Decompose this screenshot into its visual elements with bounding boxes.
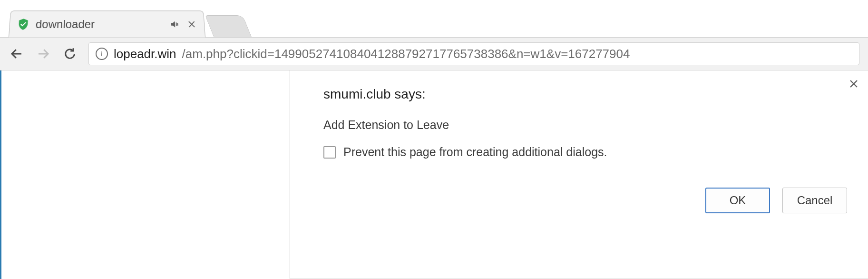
dialog-origin: smumi.club says: <box>323 87 847 102</box>
url-path: /am.php?clickid=149905274108404128879271… <box>182 47 630 61</box>
browser-tab[interactable]: downloader <box>9 10 205 37</box>
cancel-button[interactable]: Cancel <box>782 188 847 213</box>
forward-button[interactable] <box>35 46 51 62</box>
prevent-dialogs-row[interactable]: Prevent this page from creating addition… <box>323 145 847 159</box>
svg-rect-7 <box>101 53 102 56</box>
close-tab-icon[interactable] <box>185 19 197 30</box>
url-host: lopeadr.win <box>114 47 176 61</box>
shield-check-icon <box>16 18 30 31</box>
address-bar[interactable]: lopeadr.win/am.php?clickid=1499052741084… <box>88 42 859 65</box>
site-info-icon[interactable] <box>96 48 108 60</box>
audio-muted-icon[interactable] <box>168 19 180 30</box>
svg-point-6 <box>101 51 102 52</box>
tab-title: downloader <box>35 18 163 31</box>
dialog-buttons: OK Cancel <box>323 188 847 213</box>
dialog-message: Add Extension to Leave <box>323 118 847 132</box>
prevent-dialogs-label: Prevent this page from creating addition… <box>343 145 607 159</box>
close-dialog-icon[interactable] <box>848 78 859 92</box>
ok-button[interactable]: OK <box>705 188 770 213</box>
page-content: smumi.club says: Add Extension to Leave … <box>0 70 868 279</box>
tab-strip: downloader <box>0 0 868 37</box>
prevent-dialogs-checkbox[interactable] <box>323 146 336 159</box>
back-button[interactable] <box>9 46 25 62</box>
new-tab-button[interactable] <box>205 15 252 37</box>
javascript-alert-dialog: smumi.club says: Add Extension to Leave … <box>290 70 868 279</box>
browser-toolbar: lopeadr.win/am.php?clickid=1499052741084… <box>0 37 868 70</box>
reload-button[interactable] <box>62 46 78 62</box>
